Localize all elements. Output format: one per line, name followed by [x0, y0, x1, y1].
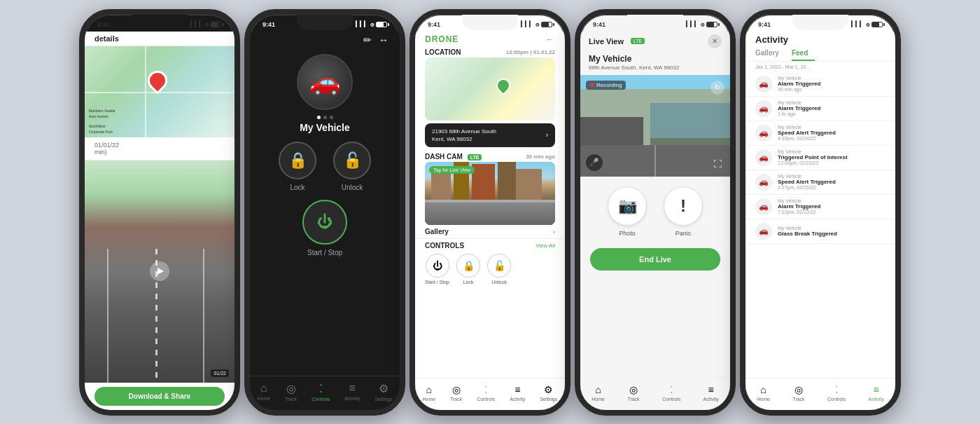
wifi-icon-2: ⌾ [370, 21, 374, 28]
time-1: 9:41 [97, 21, 110, 28]
nav-controls-5[interactable]: ⁚ Controls [827, 384, 846, 402]
battery-icon-5 [872, 22, 883, 27]
activity-info-4: My Vehicle Triggered Point of Interest 1… [778, 149, 886, 165]
road-right-line [203, 249, 204, 382]
map-view: Manheim Seattle Auto Auction NorthWest C… [85, 46, 234, 137]
nav-activity-3[interactable]: ≡ Activity [510, 384, 525, 402]
start-stop-control[interactable]: ⏻ Start / Stop [302, 200, 347, 257]
car-icon-5: 🚗 [755, 174, 772, 191]
gallery-row[interactable]: Gallery › [415, 225, 565, 239]
home-icon-3: ⌂ [426, 384, 432, 395]
activity-content: Activity Gallery Feed Jan 1, 2022 - Mar … [746, 32, 895, 410]
event-3: Speed Alert Triggered [778, 130, 886, 136]
unlock-control[interactable]: 🔓 Unlock [333, 142, 371, 191]
arrows-icon[interactable]: ↔ [379, 34, 388, 46]
settings-label-2: Settings [374, 397, 392, 402]
dash-cam-image[interactable]: Tap for Live View [425, 162, 555, 225]
dash-cam-time: 30 min ago [526, 153, 555, 160]
live-content: Live View LTE ✕ My Vehicle 68th Avenue S… [580, 32, 730, 410]
activity-icon-2: ≡ [349, 382, 356, 395]
activity-item-5[interactable]: 🚗 My Vehicle Speed Alert Triggered 2:27p… [746, 170, 895, 195]
speed-label: min) [94, 149, 225, 156]
activity-item-7[interactable]: 🚗 My Vehicle Glass Break Triggered [746, 219, 895, 244]
vehicle-info: My Vehicle 68th Avenue South, Kent, WA 9… [580, 51, 730, 75]
dash-cam-title: DASH CAM [425, 153, 463, 160]
activity-item-2[interactable]: 🚗 My Vehicle Alarm Triggered 1 hr ago [746, 97, 895, 121]
refresh-icon[interactable]: ↻ [710, 81, 724, 95]
activity-item-3[interactable]: 🚗 My Vehicle Speed Alert Triggered 4:30p… [746, 121, 895, 146]
nav-home-4[interactable]: ⌂ Home [592, 384, 605, 402]
view-all[interactable]: View All [536, 242, 555, 249]
download-share-button[interactable]: Download & Share [94, 387, 225, 406]
nav-activity-4[interactable]: ≡ Activity [704, 384, 719, 402]
nav-track-2[interactable]: ◎ Track [285, 382, 297, 402]
signal-icon-3: ▎▎▎ [521, 21, 533, 27]
car-icon-7: 🚗 [755, 223, 772, 240]
activity-item-1[interactable]: 🚗 My Vehicle Alarm Triggered 30 min ago [746, 72, 895, 97]
controls-icon-2: ⁚ [319, 382, 323, 395]
vehicle-name: My Vehicle [250, 122, 400, 133]
recording-label: Recording [596, 82, 622, 88]
mini-unlock[interactable]: 🔓 Unlock [487, 254, 511, 285]
trip-video[interactable]: 01/22 [85, 160, 234, 383]
activity-label-4: Activity [704, 397, 719, 402]
nav-home-3[interactable]: ⌂ Home [422, 384, 435, 402]
live-vehicle-address: 68th Avenue South, Kent, WA 98032 [589, 64, 722, 71]
nav-track-4[interactable]: ◎ Track [627, 384, 639, 402]
live-title-row: Live View LTE [589, 37, 645, 46]
mic-icon[interactable]: 🎤 [586, 154, 603, 171]
nav-home-5[interactable]: ⌂ Home [757, 384, 770, 402]
nav-controls-4[interactable]: ⁚ Controls [662, 384, 680, 402]
nav-home-2[interactable]: ⌂ Home [257, 382, 270, 402]
close-button[interactable]: ✕ [708, 34, 722, 48]
car-icon: 🚗 [309, 67, 341, 97]
panic-action[interactable]: ! Panic [664, 186, 703, 237]
photo-action[interactable]: 📷 Photo [608, 186, 647, 237]
nav-settings-2[interactable]: ⚙ Settings [374, 382, 392, 402]
wifi-icon-5: ⌾ [866, 21, 869, 28]
phone-2-controls: 9:41 ▎▎▎ ⌾ ✏ ↔ 🚗 My Vehicle [244, 9, 405, 416]
bottom-nav-2: ⌂ Home ◎ Track ⁚ Controls ≡ Activity ⚙ [250, 376, 400, 410]
live-video-feed: Recording ↻ 🎤 ⛶ [580, 75, 730, 177]
lock-control[interactable]: 🔒 Lock [279, 142, 316, 191]
tap-live-badge: Tap for Live View [429, 166, 475, 174]
nav-controls-3[interactable]: ⁚ Controls [477, 384, 495, 402]
home-label-2: Home [257, 396, 270, 401]
controls-label-2: Controls [312, 397, 330, 402]
activity-info-6: My Vehicle Alarm Triggered 7:12pm, 02/13… [778, 198, 886, 214]
nav-track-5[interactable]: ◎ Track [792, 384, 804, 402]
lock-circle: 🔒 [279, 142, 316, 179]
play-button[interactable] [150, 261, 169, 281]
time-ev-4: 12:00pm, 02/23/22 [778, 160, 886, 165]
activity-title: Activity [746, 32, 895, 46]
fullscreen-icon[interactable]: ⛶ [710, 157, 724, 171]
nav-track-3[interactable]: ◎ Track [450, 384, 462, 402]
home-icon-4: ⌂ [595, 384, 601, 395]
edit-icon[interactable]: ✏ [363, 34, 372, 46]
time-ev-6: 7:12pm, 02/13/22 [778, 210, 886, 214]
nav-controls-2[interactable]: ⁚ Controls [312, 382, 330, 402]
mini-lock[interactable]: 🔒 Lock [456, 254, 480, 285]
mini-start-stop[interactable]: ⏻ Start / Stop [425, 254, 449, 285]
nav-activity-2[interactable]: ≡ Activity [344, 382, 360, 402]
tab-feed[interactable]: Feed [792, 46, 815, 61]
event-4: Triggered Point of Interest [778, 154, 886, 160]
mini-lock-label: Lock [463, 280, 474, 285]
panic-circle: ! [664, 186, 703, 226]
nav-settings-3[interactable]: ⚙ Settings [540, 384, 557, 402]
address-line1: 21903 68th Avenue South [432, 128, 496, 135]
vehicle-3: My Vehicle [778, 125, 886, 130]
activity-info-1: My Vehicle Alarm Triggered 30 min ago [778, 76, 886, 92]
tab-gallery[interactable]: Gallery [755, 46, 786, 61]
page-dots [250, 116, 400, 119]
car-icon-3: 🚗 [755, 125, 772, 142]
activity-item-6[interactable]: 🚗 My Vehicle Alarm Triggered 7:12pm, 02/… [746, 195, 895, 219]
time-5: 9:41 [758, 21, 771, 28]
end-live-button[interactable]: End Live [590, 248, 720, 271]
start-stop-row: ⏻ Start / Stop [250, 200, 400, 257]
activity-icon-5: ≡ [874, 384, 879, 395]
nav-activity-5[interactable]: ≡ Activity [869, 384, 884, 402]
address-row[interactable]: 21903 68th Avenue South Kent, WA 98032 › [425, 123, 555, 147]
controls-icon-5: ⁚ [835, 384, 838, 395]
activity-item-4[interactable]: 🚗 My Vehicle Triggered Point of Interest… [746, 146, 895, 170]
